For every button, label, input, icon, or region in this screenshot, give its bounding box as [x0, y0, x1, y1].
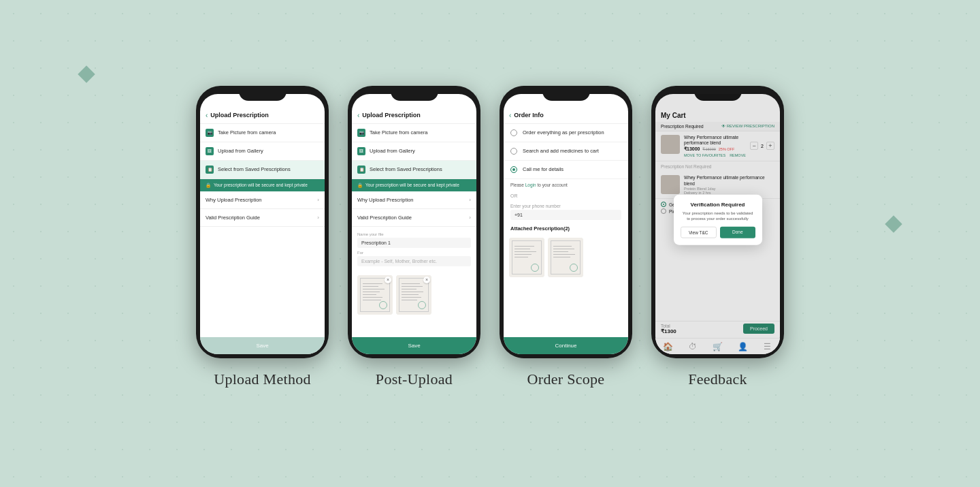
modal-title: Verification Required: [681, 201, 755, 207]
screen-header-3: ‹ Order Info: [504, 106, 628, 124]
uploaded-image-1: ×: [357, 275, 393, 315]
radio-call[interactable]: [510, 166, 517, 173]
gallery-icon-2: 🖼: [357, 147, 365, 155]
screen-header-2: ‹ Upload Prescription: [352, 106, 476, 124]
done-button[interactable]: Done: [720, 227, 755, 238]
link-why-upload-2[interactable]: Why Upload Prescription ›: [352, 191, 476, 209]
uploaded-images-grid: ×: [352, 272, 476, 318]
screen-header-1: ‹ Upload Prescription: [200, 106, 325, 124]
order-option-call[interactable]: Call me for details: [504, 161, 628, 179]
link-valid-guide-2[interactable]: Valid Prescription Guide ›: [352, 209, 476, 227]
label-feedback: Feedback: [688, 371, 747, 388]
phone-section-order-scope: ‹ Order Info Order everything as per pre…: [500, 86, 632, 388]
saved-icon-2: 📋: [357, 166, 365, 174]
label-order-scope: Order Scope: [527, 371, 605, 388]
save-button-1[interactable]: Save: [200, 337, 325, 354]
phone-frame-2: ‹ Upload Prescription 📷 Take Picture fro…: [348, 86, 480, 358]
camera-icon-1: 📷: [206, 129, 214, 137]
link-valid-guide-1[interactable]: Valid Prescription Guide ›: [200, 209, 325, 227]
chevron-right-icon-3: ›: [469, 197, 471, 203]
shield-icon-2: 🔒: [357, 183, 363, 188]
camera-icon-2: 📷: [357, 129, 365, 137]
link-why-upload-1[interactable]: Why Upload Prescription ›: [200, 191, 325, 209]
or-divider: OR: [504, 191, 628, 201]
phone-section-post-upload: ‹ Upload Prescription 📷 Take Picture fro…: [348, 86, 480, 388]
modal-buttons: View T&C Done: [681, 227, 755, 238]
phone-notch-3: [542, 86, 590, 101]
label-upload-method: Upload Method: [214, 371, 311, 388]
chevron-right-icon-1: ›: [317, 197, 319, 203]
attached-prescriptions-label: Attached Prescription(2): [504, 220, 628, 234]
phone-input-label: Enter your phone number: [504, 201, 628, 210]
phone-notch-1: [239, 86, 287, 101]
attached-images-grid: [504, 234, 628, 281]
diamond-decoration-1: [78, 65, 95, 82]
modal-text: Your prescription needs to be validated …: [681, 210, 755, 221]
phone-screen-2: ‹ Upload Prescription 📷 Take Picture fro…: [352, 94, 476, 354]
phone-frame-4: My Cart Prescription Required 👁 REVIEW P…: [651, 86, 784, 358]
order-option-search[interactable]: Search and add medicines to cart: [504, 142, 628, 161]
verification-modal: Verification Required Your prescription …: [674, 194, 762, 245]
phone-screen-4: My Cart Prescription Required 👁 REVIEW P…: [655, 94, 780, 354]
phone-screen-3: ‹ Order Info Order everything as per pre…: [504, 94, 628, 354]
option-gallery-2[interactable]: 🖼 Upload from Gallery: [352, 142, 476, 161]
chevron-right-icon-2: ›: [317, 215, 319, 221]
label-post-upload: Post-Upload: [376, 371, 453, 388]
saved-icon-1: 📋: [206, 166, 214, 174]
phone-input[interactable]: +91: [510, 210, 621, 220]
login-note: Please Login to your account: [504, 179, 628, 191]
diamond-decoration-2: [885, 215, 902, 232]
chevron-right-icon-4: ›: [469, 215, 471, 221]
option-saved-2[interactable]: 📋 Select from Saved Prescriptions: [352, 161, 476, 179]
phone-section-feedback: My Cart Prescription Required 👁 REVIEW P…: [651, 86, 784, 388]
option-camera-2[interactable]: 📷 Take Picture from camera: [352, 124, 476, 142]
radio-search[interactable]: [510, 148, 517, 155]
view-tc-button[interactable]: View T&C: [681, 227, 717, 238]
continue-button[interactable]: Continue: [504, 337, 628, 354]
secure-badge-1: 🔒 Your prescription will be secure and k…: [200, 179, 325, 191]
option-gallery-1[interactable]: 🖼 Upload from Gallery: [200, 142, 325, 161]
for-input[interactable]: Example - Self, Mother, Brother etc.: [357, 256, 471, 266]
phone-section-upload-method: ‹ Upload Prescription 📷 Take Picture fro…: [196, 86, 329, 388]
for-label: For: [357, 251, 471, 255]
gallery-icon-1: 🖼: [206, 147, 214, 155]
option-saved-1[interactable]: 📋 Select from Saved Prescriptions: [200, 161, 325, 179]
name-input[interactable]: Prescription 1: [357, 238, 471, 248]
secure-badge-2: 🔒 Your prescription will be secure and k…: [352, 179, 476, 191]
back-arrow-1[interactable]: ‹: [206, 112, 208, 119]
shield-icon-1: 🔒: [206, 183, 211, 188]
screen-title-2: Upload Prescription: [362, 112, 421, 119]
screen-title-3: Order Info: [514, 112, 544, 119]
uploaded-image-2: ×: [396, 275, 431, 315]
order-option-everything[interactable]: Order everything as per prescription: [504, 124, 628, 142]
back-arrow-3[interactable]: ‹: [509, 112, 511, 119]
phone-notch-2: [391, 86, 438, 101]
phone-frame-3: ‹ Order Info Order everything as per pre…: [500, 86, 632, 358]
phone-frame-1: ‹ Upload Prescription 📷 Take Picture fro…: [196, 86, 329, 358]
attached-image-1: [509, 238, 544, 277]
attached-image-2: [548, 238, 583, 277]
screen-title-1: Upload Prescription: [210, 112, 269, 119]
phone-screen-1: ‹ Upload Prescription 📷 Take Picture fro…: [200, 94, 325, 354]
remove-image-2-button[interactable]: ×: [423, 277, 430, 283]
login-link[interactable]: Login: [525, 183, 536, 187]
option-camera-1[interactable]: 📷 Take Picture from camera: [200, 124, 325, 142]
back-arrow-2[interactable]: ‹: [357, 112, 359, 119]
radio-everything[interactable]: [510, 129, 517, 136]
remove-image-1-button[interactable]: ×: [385, 277, 391, 283]
main-content: ‹ Upload Prescription 📷 Take Picture fro…: [196, 86, 784, 388]
name-label: Name your file: [357, 232, 471, 236]
file-name-section: Name your file Prescription 1 For Exampl…: [352, 227, 476, 272]
save-button-2[interactable]: Save: [352, 337, 476, 354]
